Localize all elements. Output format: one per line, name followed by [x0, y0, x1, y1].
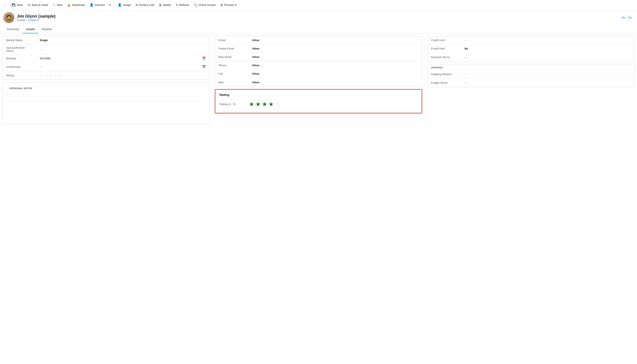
- delete-icon: 🗑: [159, 3, 162, 7]
- field-rating-empty: Rating ☆ ☆ ☆ ☆ ☆: [3, 71, 210, 80]
- field-mail-pref: Mail Allow: [215, 78, 422, 86]
- spouse-name-label: Spouse/PartnerName: [6, 46, 40, 52]
- subtitle-dot: ·: [26, 19, 27, 22]
- shipping-method-value: ---: [464, 72, 631, 76]
- back-icon: ←: [4, 3, 7, 7]
- deactivate-button[interactable]: 🔒 Deactivate: [65, 2, 87, 8]
- subtitle-chevron[interactable]: ▾: [37, 19, 39, 22]
- save-close-button[interactable]: 🗃 Save & Close: [26, 2, 50, 8]
- follow-email-value: Allow: [252, 47, 418, 50]
- column-billing: Credit Limit --- Credit Hold No Payment …: [425, 33, 637, 127]
- chevron-down-icon: ▾: [109, 3, 111, 6]
- column-personal: Marital Status Single Spouse/PartnerName…: [0, 33, 212, 127]
- popup-star-1[interactable]: ★: [249, 101, 254, 108]
- column-contact: Email Allow Follow Email Allow Bulk Emai…: [212, 33, 425, 127]
- credit-limit-label: Credit Limit: [431, 38, 464, 42]
- record-type-link[interactable]: Contact: [28, 19, 37, 22]
- rating-popup-title: Rating: [220, 93, 417, 96]
- assign-icon: 👤: [118, 3, 122, 7]
- marital-status-label: Marital Status: [6, 38, 40, 42]
- personal-notes-value[interactable]: ---: [6, 91, 206, 97]
- email-link-icon: ✉: [136, 3, 138, 7]
- payment-terms-value: ---: [464, 56, 631, 59]
- tab-related[interactable]: Related: [39, 26, 55, 33]
- mail-pref-label: Mail: [219, 81, 252, 84]
- field-bulk-email: Bulk Email Allow: [215, 53, 422, 61]
- shipping-title: SHIPPING: [427, 64, 634, 70]
- fax-pref-label: Fax: [219, 72, 252, 75]
- contact-preferences-card: Email Allow Follow Email Allow Bulk Emai…: [215, 36, 422, 87]
- connect-icon: 👤: [90, 3, 94, 7]
- birthday-calendar-icon[interactable]: 📅: [202, 56, 206, 60]
- shipping-method-label: Shipping Method: [431, 72, 464, 76]
- bulk-email-value: Allow: [252, 56, 418, 58]
- field-phone-pref: Phone Allow: [215, 61, 422, 70]
- spouse-name-value: ---: [40, 48, 206, 51]
- field-payment-terms: Payment Terms ---: [427, 53, 634, 61]
- phone-pref-value: Allow: [252, 64, 418, 67]
- rating-stars-empty[interactable]: ☆ ☆ ☆ ☆ ☆: [40, 73, 62, 78]
- record-subtitle: Contact · Contact ▾: [17, 19, 56, 22]
- star-5[interactable]: ☆: [58, 73, 62, 78]
- delete-button[interactable]: 🗑 Delete: [157, 2, 173, 8]
- toolbar: ← 💾 Save 🗃 Save & Close ＋ New 🔒 Deactiva…: [0, 0, 637, 10]
- star-2[interactable]: ☆: [44, 73, 48, 78]
- field-credit-limit: Credit Limit ---: [427, 36, 634, 44]
- personal-notes-card: PERSONAL NOTES ---: [3, 82, 210, 124]
- credit-hold-value: No: [464, 47, 631, 50]
- save-close-icon: 🗃: [28, 3, 31, 7]
- rating-popup-stars[interactable]: ★ ★ ★ ★ ☆: [249, 101, 280, 108]
- avatar: 🧔: [3, 12, 14, 23]
- tab-summary[interactable]: Summary: [3, 26, 23, 33]
- anniversary-value: ---: [40, 65, 200, 68]
- phone-pref-label: Phone: [219, 64, 252, 67]
- right-user-info: Ma... Ow...: [622, 16, 634, 19]
- anniversary-calendar-icon[interactable]: 📅: [202, 65, 206, 69]
- popup-star-4[interactable]: ★: [268, 101, 274, 108]
- credit-limit-value: ---: [464, 38, 631, 42]
- star-3[interactable]: ☆: [49, 73, 53, 78]
- process-button[interactable]: ⊞ Process ▾: [218, 2, 239, 8]
- record-header: 🧔 Jim Glynn (sample) Contact · Contact ▾…: [0, 10, 637, 26]
- connect-button[interactable]: 👤 Connect: [88, 2, 107, 8]
- deactivate-icon: 🔒: [67, 3, 71, 7]
- personal-info-card: Marital Status Single Spouse/PartnerName…: [3, 36, 210, 80]
- credit-hold-label: Credit Hold: [431, 47, 464, 50]
- star-4[interactable]: ☆: [54, 73, 57, 78]
- save-button[interactable]: 💾 Save: [10, 2, 25, 8]
- field-freight-terms: Freight Terms ---: [427, 78, 634, 87]
- process-icon: ⊞: [220, 3, 223, 7]
- bulk-email-label: Bulk Email: [219, 56, 252, 58]
- freight-terms-value: ---: [464, 81, 631, 84]
- check-access-button[interactable]: 🔍 Check Access: [191, 2, 218, 8]
- back-button[interactable]: ←: [2, 2, 9, 8]
- email-link-button[interactable]: ✉ Email a Link: [134, 2, 156, 8]
- rating-popup: Rating Rating (1 - 5) ★ ★ ★ ★ ☆: [215, 89, 422, 113]
- assign-button[interactable]: 👤 Assign: [116, 2, 133, 8]
- record-type-label: Contact: [17, 19, 26, 22]
- popup-star-5[interactable]: ☆: [275, 101, 280, 108]
- marital-status-value: Single: [40, 38, 206, 42]
- new-button[interactable]: ＋ New: [51, 2, 65, 8]
- birthday-label: Birthday: [6, 57, 40, 60]
- popup-star-3[interactable]: ★: [262, 101, 267, 108]
- refresh-icon: ↻: [176, 3, 178, 7]
- star-1[interactable]: ☆: [40, 73, 44, 78]
- rating-popup-row: Rating (1 - 5) ★ ★ ★ ★ ☆: [220, 99, 417, 110]
- field-follow-email: Follow Email Allow: [215, 44, 422, 53]
- personal-notes-title: PERSONAL NOTES: [6, 85, 206, 91]
- save-icon: 💾: [12, 3, 16, 7]
- mail-pref-value: Allow: [252, 81, 418, 84]
- notes-divider: [6, 101, 206, 101]
- popup-star-2[interactable]: ★: [255, 101, 261, 108]
- shipping-card: SHIPPING Shipping Method --- Freight Ter…: [427, 64, 634, 87]
- main-content: Marital Status Single Spouse/PartnerName…: [0, 33, 637, 127]
- email-pref-label: Email: [219, 38, 252, 42]
- connect-dropdown-button[interactable]: ▾: [107, 2, 113, 8]
- record-info: Jim Glynn (sample) Contact · Contact ▾: [17, 14, 56, 22]
- tab-details[interactable]: Details: [23, 26, 39, 33]
- tabs: Summary Details Related: [0, 26, 637, 33]
- field-birthday: Birthday 3/2/1959 📅: [3, 54, 210, 63]
- field-anniversary: Anniversary --- 📅: [3, 63, 210, 71]
- refresh-button[interactable]: ↻ Refresh: [174, 2, 191, 8]
